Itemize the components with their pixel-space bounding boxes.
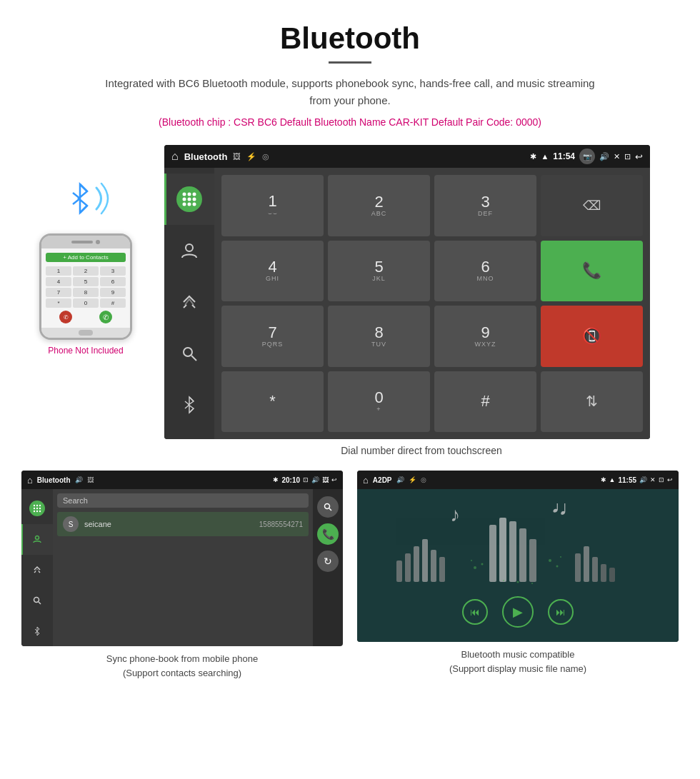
phone-key-0: 0 [73, 298, 99, 308]
phone-not-included-label: Phone Not Included [48, 346, 123, 356]
bt-icon: ✱ [530, 152, 536, 161]
dial-key-end-call[interactable]: 📵 [541, 306, 643, 367]
prev-button[interactable]: ⏮ [462, 599, 488, 625]
svg-rect-60 [609, 568, 615, 582]
phone-key-6: 6 [100, 277, 126, 286]
music-home-icon[interactable]: ⌂ [363, 475, 369, 486]
main-content: + Add to Contacts 1 2 3 4 5 6 7 8 9 * 0 … [0, 138, 700, 456]
dial-key-backspace[interactable]: ⌫ [541, 175, 643, 236]
dialpad-icon [176, 186, 202, 212]
android-nav [164, 168, 214, 439]
play-button[interactable]: ▶ [502, 596, 534, 628]
main-screen-caption: Dial number direct from touchscreen [164, 445, 679, 456]
phonebook-statusbar: ⌂ Bluetooth 🔊 🖼 ✱ 20:10 ⊡ 🔊 🖼 ↩ [21, 471, 343, 489]
mini-nav-search[interactable] [21, 585, 53, 615]
nav-item-dialpad[interactable] [164, 174, 214, 225]
svg-line-23 [185, 405, 189, 408]
mini-home-icon[interactable]: ⌂ [27, 475, 33, 486]
next-button[interactable]: ⏭ [548, 599, 574, 625]
svg-point-68 [560, 556, 561, 558]
svg-point-6 [188, 193, 191, 196]
dial-key-8[interactable]: 8 TUV [328, 306, 430, 367]
svg-point-29 [39, 508, 41, 509]
nav-item-bluetooth-settings[interactable] [164, 379, 214, 431]
mini-vol-icon: 🔊 [75, 476, 83, 483]
close-icon[interactable]: ✕ [614, 152, 620, 161]
image-icon: 🖼 [233, 152, 241, 161]
svg-point-64 [481, 563, 484, 566]
phonebook-caption-line1: Sync phone-book from mobile phone [106, 653, 258, 664]
nav-item-recents[interactable] [164, 276, 214, 328]
prev-icon: ⏮ [470, 606, 480, 618]
mini-nav-contacts[interactable] [21, 524, 53, 555]
dial-key-2[interactable]: 2 ABC [328, 175, 430, 236]
phone-panel: + Add to Contacts 1 2 3 4 5 6 7 8 9 * 0 … [21, 145, 150, 356]
contact-row[interactable]: S seicane 15885554271 [57, 512, 309, 536]
phone-bottom-row: ✆ ✆ [46, 311, 126, 323]
svg-line-20 [189, 397, 194, 401]
bluetooth-signal-icon [57, 174, 114, 226]
dial-key-9[interactable]: 9 WXYZ [434, 306, 536, 367]
title-divider [329, 61, 371, 64]
recents-icon [176, 289, 202, 315]
mini-dialpad-icon [29, 501, 45, 516]
mini-nav-dialpad[interactable] [21, 493, 53, 524]
music-statusbar: ⌂ A2DP 🔊 ⚡ ◎ ✱ ▲ 11:55 🔊 ✕ ⊡ ↩ [357, 471, 679, 489]
phonebook-call-button[interactable]: 📞 [317, 523, 339, 545]
svg-point-17 [184, 348, 192, 356]
svg-rect-55 [529, 539, 536, 582]
dial-key-1[interactable]: 1 ⌣⌣ [221, 175, 324, 236]
dial-key-3[interactable]: 3 DEF [434, 175, 536, 236]
dial-key-4[interactable]: 4 GHI [221, 241, 324, 302]
mini-nav-recents[interactable] [21, 555, 53, 585]
search-bar[interactable]: Search [57, 493, 309, 508]
back-icon[interactable]: ↩ [635, 151, 643, 162]
dial-key-hash[interactable]: # [434, 371, 536, 433]
phone-keypad: 1 2 3 4 5 6 7 8 9 * 0 # [46, 266, 126, 308]
mini-nav-bt-settings[interactable] [21, 615, 53, 646]
dial-key-0[interactable]: 0 + [328, 371, 430, 433]
svg-rect-46 [405, 553, 411, 582]
svg-point-69 [517, 581, 519, 583]
dial-key-5[interactable]: 5 JKL [328, 241, 430, 302]
phone-key-4: 4 [46, 277, 71, 286]
window-icon[interactable]: ⊡ [624, 152, 631, 161]
music-close-icon[interactable]: ✕ [650, 476, 656, 483]
camera-icon: 📷 [583, 153, 591, 161]
svg-point-36 [34, 597, 39, 602]
dial-key-7[interactable]: 7 PQRS [221, 306, 324, 367]
svg-point-43 [325, 504, 330, 509]
nav-item-search[interactable] [164, 328, 214, 379]
dial-key-transfer[interactable]: ⇅ [541, 371, 643, 433]
camera-button[interactable]: 📷 [579, 149, 595, 164]
phone-screen: + Add to Contacts 1 2 3 4 5 6 7 8 9 * 0 … [41, 248, 130, 328]
svg-point-28 [36, 508, 38, 509]
phonebook-mini-nav [21, 489, 53, 646]
phonebook-sync-button[interactable]: ↻ [317, 551, 339, 572]
music-window-icon[interactable]: ⊡ [659, 476, 664, 483]
play-icon: ▶ [513, 604, 523, 620]
music-title: A2DP [373, 476, 392, 484]
volume-icon[interactable]: 🔊 [599, 152, 609, 161]
mini-back-icon[interactable]: ↩ [331, 476, 337, 483]
phone-key-cancel: ✆ [59, 311, 72, 323]
svg-point-66 [549, 559, 551, 562]
svg-rect-59 [601, 564, 606, 582]
nav-item-contacts[interactable] [164, 225, 214, 276]
phone-key-8: 8 [73, 288, 99, 297]
dial-key-6[interactable]: 6 MNO [434, 241, 536, 302]
phone-call-button[interactable]: ✆ [99, 311, 112, 323]
dial-key-call[interactable]: 📞 [541, 241, 643, 302]
phone-key-7: 7 [46, 288, 71, 297]
svg-point-31 [36, 511, 38, 512]
home-icon[interactable]: ⌂ [171, 150, 179, 163]
phonebook-search-button[interactable] [317, 496, 339, 518]
svg-rect-47 [414, 546, 419, 582]
music-back-icon[interactable]: ↩ [667, 476, 673, 483]
mini-time: 20:10 [281, 476, 300, 484]
svg-point-30 [34, 511, 35, 512]
svg-point-32 [39, 511, 41, 512]
dial-key-star[interactable]: * [221, 371, 324, 433]
music-caption-line2: (Support display music file name) [449, 663, 586, 674]
contact-phone: 15885554271 [259, 521, 303, 528]
